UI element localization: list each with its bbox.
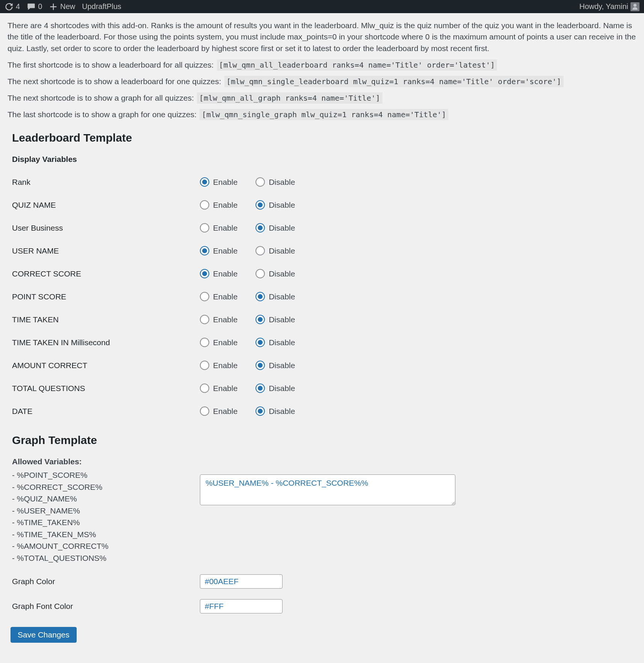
enable-label: Enable [213,292,237,301]
enable-radio[interactable]: Enable [200,177,237,187]
shortcode-label-2: The next shortcode is to show a leaderbo… [8,77,221,86]
shortcode-line-3: The next shortcode is to show a graph fo… [8,92,636,104]
updraft-label: UpdraftPlus [82,2,121,11]
disable-radio[interactable]: Disable [255,338,295,347]
disable-label: Disable [269,292,295,301]
enable-radio[interactable]: Enable [200,361,237,370]
comments-icon [27,2,36,11]
variable-radios: EnableDisable [195,308,636,331]
enable-radio[interactable]: Enable [200,292,237,301]
radio-icon [200,384,209,393]
enable-radio[interactable]: Enable [200,338,237,347]
radio-icon [255,269,265,278]
disable-label: Disable [269,361,295,370]
disable-radio[interactable]: Disable [255,177,295,187]
disable-radio[interactable]: Disable [255,223,295,233]
enable-label: Enable [213,361,237,370]
enable-radio[interactable]: Enable [200,223,237,233]
disable-radio[interactable]: Disable [255,406,295,416]
enable-radio[interactable]: Enable [200,200,237,210]
save-button[interactable]: Save Changes [11,627,77,643]
enable-label: Enable [213,178,237,187]
radio-icon [255,406,265,416]
variable-radios: EnableDisable [195,239,636,262]
allowed-var-item: - %TOTAL_QUESTIONS% [12,552,200,564]
variable-label: TOTAL QUESTIONS [8,377,195,400]
variable-radios: EnableDisable [195,193,636,216]
graph-font-color-row: Graph Font Color [12,599,636,613]
enable-radio[interactable]: Enable [200,406,237,416]
enable-radio[interactable]: Enable [200,269,237,278]
shortcode-label-3: The next shortcode is to show a graph fo… [8,94,194,103]
graph-font-color-label: Graph Font Color [12,602,200,611]
variable-radios: EnableDisable [195,171,636,193]
updraftplus-item[interactable]: UpdraftPlus [82,2,121,11]
graph-color-row: Graph Color [12,574,636,589]
allowed-var-item: - %AMOUNT_CORRECT% [12,540,200,552]
table-row: TIME TAKEN IN MillisecondEnableDisable [8,331,636,354]
allowed-var-item: - %CORRECT_SCORE% [12,481,200,493]
disable-label: Disable [269,315,295,324]
intro-paragraph: There are 4 shortcodes with this add-on.… [8,20,636,54]
radio-icon [255,246,265,255]
table-row: DATEEnableDisable [8,400,636,423]
variable-label: QUIZ NAME [8,193,195,216]
disable-label: Disable [269,246,295,255]
table-row: TIME TAKENEnableDisable [8,308,636,331]
graph-color-input[interactable] [200,574,283,589]
radio-icon [255,338,265,347]
variable-radios: EnableDisable [195,400,636,423]
shortcode-line-2: The next shortcode is to show a leaderbo… [8,76,636,87]
radio-icon [200,361,209,370]
radio-icon [200,177,209,187]
radio-icon [255,292,265,301]
enable-label: Enable [213,407,237,416]
radio-icon [200,338,209,347]
enable-radio[interactable]: Enable [200,315,237,324]
leaderboard-title: Leaderboard Template [12,131,636,144]
variable-label: AMOUNT CORRECT [8,354,195,377]
table-row: USER NAMEEnableDisable [8,239,636,262]
enable-radio[interactable]: Enable [200,384,237,393]
graph-template-textarea[interactable]: %USER_NAME% - %CORRECT_SCORE%% [200,474,455,505]
disable-label: Disable [269,407,295,416]
radio-icon [255,384,265,393]
disable-radio[interactable]: Disable [255,315,295,324]
disable-label: Disable [269,224,295,233]
updates-count: 4 [16,2,20,11]
disable-label: Disable [269,201,295,210]
updates-icon [5,2,14,11]
disable-radio[interactable]: Disable [255,361,295,370]
shortcode-code-2: [mlw_qmn_single_leaderboard mlw_quiz=1 r… [224,76,564,87]
graph-title: Graph Template [12,434,636,447]
disable-radio[interactable]: Disable [255,269,295,278]
radio-icon [200,292,209,301]
new-item[interactable]: New [49,2,75,11]
enable-label: Enable [213,384,237,393]
display-variables-table: RankEnableDisableQUIZ NAMEEnableDisableU… [8,171,636,423]
enable-radio[interactable]: Enable [200,246,237,255]
table-row: POINT SCOREEnableDisable [8,285,636,308]
table-row: CORRECT SCOREEnableDisable [8,262,636,285]
variable-label: TIME TAKEN [8,308,195,331]
new-label: New [60,2,75,11]
disable-radio[interactable]: Disable [255,292,295,301]
radio-icon [255,177,265,187]
variable-label: POINT SCORE [8,285,195,308]
updates-item[interactable]: 4 [5,2,20,11]
disable-label: Disable [269,178,295,187]
allowed-vars-title: Allowed Variables: [12,457,200,466]
graph-font-color-input[interactable] [200,599,283,613]
table-row: RankEnableDisable [8,171,636,193]
allowed-var-item: - %USER_NAME% [12,505,200,517]
enable-label: Enable [213,269,237,278]
comments-item[interactable]: 0 [27,2,42,11]
disable-radio[interactable]: Disable [255,200,295,210]
disable-radio[interactable]: Disable [255,246,295,255]
disable-radio[interactable]: Disable [255,384,295,393]
shortcode-label-4: The last shortcode is to show a graph fo… [8,110,197,119]
allowed-var-item: - %QUIZ_NAME% [12,493,200,505]
variable-radios: EnableDisable [195,377,636,400]
howdy-item[interactable]: Howdy, Yamini [579,2,639,11]
disable-label: Disable [269,269,295,278]
